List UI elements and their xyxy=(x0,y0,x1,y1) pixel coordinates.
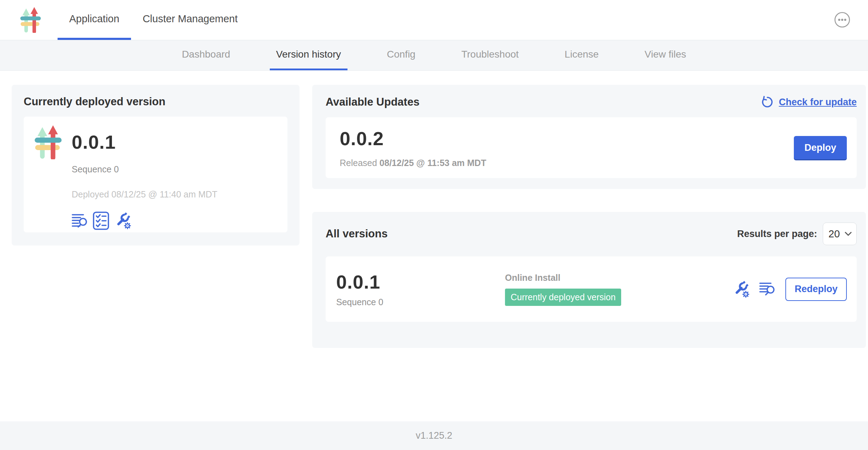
check-for-update-label: Check for update xyxy=(779,97,857,108)
deployed-sequence: Sequence 0 xyxy=(72,164,278,174)
currently-deployed-card: Currently deployed version xyxy=(12,85,299,245)
app-logo-icon xyxy=(19,7,42,33)
preflight-checks-icon[interactable] xyxy=(93,212,109,230)
results-per-page: Results per page: 20 xyxy=(737,223,857,245)
row-sequence: Sequence 0 xyxy=(336,297,505,307)
check-for-update-link[interactable]: Check for update xyxy=(761,95,857,109)
results-per-page-select[interactable]: 20 xyxy=(823,223,857,245)
ellipsis-menu-icon[interactable] xyxy=(834,12,850,28)
diff-icon[interactable] xyxy=(759,282,775,297)
all-versions-title: All versions xyxy=(326,227,388,240)
currently-deployed-version-panel: 0.0.1 Sequence 0 Deployed 08/12/25 @ 11:… xyxy=(24,117,287,232)
main-content: Currently deployed version xyxy=(0,71,868,421)
kots-admin-console: Application Cluster Management Dashboard… xyxy=(0,0,868,450)
deploy-button[interactable]: Deploy xyxy=(794,136,847,159)
row-version-number: 0.0.1 xyxy=(336,271,505,293)
app-footer: v1.125.2 xyxy=(0,421,868,450)
chevron-down-icon xyxy=(845,232,852,236)
tab-view-files[interactable]: View files xyxy=(638,40,692,70)
tab-cluster-management[interactable]: Cluster Management xyxy=(131,0,249,40)
deployed-version-number: 0.0.1 xyxy=(72,131,116,153)
available-updates-title: Available Updates xyxy=(326,96,420,108)
results-per-page-value: 20 xyxy=(828,228,840,240)
version-row: 0.0.1 Sequence 0 Online Install Currentl… xyxy=(326,256,857,322)
currently-deployed-badge: Currently deployed version xyxy=(505,289,621,306)
tab-license[interactable]: License xyxy=(558,40,605,70)
config-icon[interactable] xyxy=(732,280,751,298)
update-row: 0.0.2 Released 08/12/25 @ 11:53 am MDT D… xyxy=(326,117,857,178)
available-updates-card: Available Updates Check for update 0.0.2 xyxy=(312,85,866,189)
refresh-icon xyxy=(761,95,774,109)
config-icon[interactable] xyxy=(114,212,132,230)
all-versions-card: All versions Results per page: 20 xyxy=(312,212,866,348)
update-version-number: 0.0.2 xyxy=(340,128,486,149)
tab-troubleshoot[interactable]: Troubleshoot xyxy=(455,40,525,70)
redeploy-button[interactable]: Redeploy xyxy=(785,278,847,301)
tab-application[interactable]: Application xyxy=(58,0,131,40)
app-logo-icon xyxy=(34,125,63,159)
update-released-timestamp: Released 08/12/25 @ 11:53 am MDT xyxy=(340,158,486,168)
deployed-timestamp: Deployed 08/12/25 @ 11:40 am MDT xyxy=(72,189,278,200)
row-actions: Redeploy xyxy=(732,278,847,301)
header-tabs: Application Cluster Management xyxy=(58,0,249,40)
app-header: Application Cluster Management xyxy=(0,0,868,40)
deployed-version-actions xyxy=(72,212,278,230)
app-subnav: Dashboard Version history Config Trouble… xyxy=(0,40,868,71)
console-version: v1.125.2 xyxy=(416,430,452,441)
tab-dashboard[interactable]: Dashboard xyxy=(176,40,237,70)
install-type-label: Online Install xyxy=(505,273,732,283)
currently-deployed-title: Currently deployed version xyxy=(24,95,287,108)
tab-version-history[interactable]: Version history xyxy=(270,40,347,70)
results-per-page-label: Results per page: xyxy=(737,229,817,239)
tab-config[interactable]: Config xyxy=(381,40,422,70)
diff-icon[interactable] xyxy=(72,213,88,228)
